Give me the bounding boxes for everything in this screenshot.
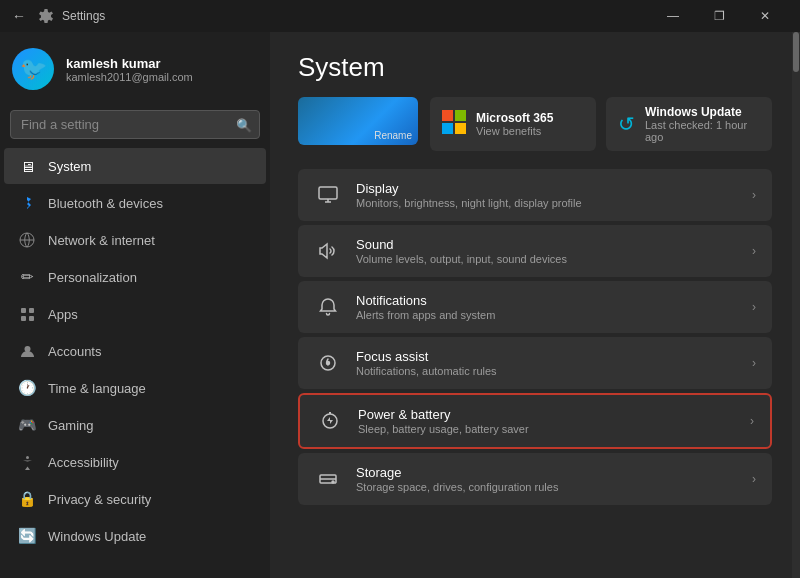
chevron-right-icon: › [750, 414, 754, 428]
sidebar-item-privacy[interactable]: 🔒 Privacy & security [4, 481, 266, 517]
winupdate-title: Windows Update [645, 105, 760, 119]
window-controls: — ❐ ✕ [650, 0, 788, 32]
sidebar-item-network[interactable]: Network & internet [4, 222, 266, 258]
promo-cards: Microsoft 365 View benefits ↺ Windows Up… [430, 97, 772, 151]
device-banner[interactable]: Rename [298, 97, 418, 145]
sidebar-item-personalization[interactable]: ✏ Personalization [4, 259, 266, 295]
bluetooth-icon [18, 194, 36, 212]
gaming-icon: 🎮 [18, 416, 36, 434]
svg-rect-4 [29, 316, 34, 321]
sidebar-item-bluetooth[interactable]: Bluetooth & devices [4, 185, 266, 221]
system-icon: 🖥 [18, 157, 36, 175]
title-bar: ← Settings — ❐ ✕ [0, 0, 800, 32]
display-title: Display [356, 181, 738, 196]
sound-title: Sound [356, 237, 738, 252]
user-profile[interactable]: 🐦 kamlesh kumar kamlesh2011@gmail.com [0, 32, 270, 106]
chevron-right-icon: › [752, 244, 756, 258]
sidebar-item-apps[interactable]: Apps [4, 296, 266, 332]
content-scroll: System Rename [270, 32, 800, 578]
winupdate-promo-icon: ↺ [618, 112, 635, 136]
settings-item-powerbattery[interactable]: Power & battery Sleep, battery usage, ba… [298, 393, 772, 449]
ms365-icon [442, 110, 466, 139]
search-input[interactable] [10, 110, 260, 139]
privacy-icon: 🔒 [18, 490, 36, 508]
main-layout: 🐦 kamlesh kumar kamlesh2011@gmail.com 🔍 … [0, 32, 800, 578]
focusassist-title: Focus assist [356, 349, 738, 364]
accessibility-icon [18, 453, 36, 471]
notifications-sub: Alerts from apps and system [356, 309, 738, 321]
back-button[interactable]: ← [12, 8, 26, 24]
display-sub: Monitors, brightness, night light, displ… [356, 197, 738, 209]
promo-card-ms365[interactable]: Microsoft 365 View benefits [430, 97, 596, 151]
notifications-title: Notifications [356, 293, 738, 308]
content-area: System Rename [270, 32, 800, 578]
page-title: System [298, 52, 772, 83]
notifications-icon [314, 293, 342, 321]
sound-icon [314, 237, 342, 265]
powerbattery-icon [316, 407, 344, 435]
avatar: 🐦 [12, 48, 54, 90]
focusassist-icon [314, 349, 342, 377]
sidebar-item-label: Windows Update [48, 529, 252, 544]
settings-item-storage[interactable]: Storage Storage space, drives, configura… [298, 453, 772, 505]
chevron-right-icon: › [752, 472, 756, 486]
sidebar-item-label: Gaming [48, 418, 252, 433]
focusassist-sub: Notifications, automatic rules [356, 365, 738, 377]
sidebar-item-label: Accessibility [48, 455, 252, 470]
sidebar-item-label: Apps [48, 307, 252, 322]
sidebar-item-windowsupdate[interactable]: 🔄 Windows Update [4, 518, 266, 554]
settings-list: Display Monitors, brightness, night ligh… [298, 169, 772, 505]
ms365-title: Microsoft 365 [476, 111, 553, 125]
sidebar-item-label: Privacy & security [48, 492, 252, 507]
sound-sub: Volume levels, output, input, sound devi… [356, 253, 738, 265]
sidebar-item-label: System [48, 159, 252, 174]
sidebar-item-timelang[interactable]: 🕐 Time & language [4, 370, 266, 406]
accounts-icon [18, 342, 36, 360]
sidebar-item-label: Network & internet [48, 233, 252, 248]
promo-card-winupdate[interactable]: ↺ Windows Update Last checked: 1 hour ag… [606, 97, 772, 151]
network-icon [18, 231, 36, 249]
personalization-icon: ✏ [18, 268, 36, 286]
svg-point-6 [26, 456, 29, 459]
maximize-button[interactable]: ❐ [696, 0, 742, 32]
user-info: kamlesh kumar kamlesh2011@gmail.com [66, 56, 258, 83]
svg-rect-8 [455, 110, 466, 121]
timelang-icon: 🕐 [18, 379, 36, 397]
sidebar-item-label: Accounts [48, 344, 252, 359]
device-rename-label: Rename [374, 130, 412, 141]
sidebar-item-accounts[interactable]: Accounts [4, 333, 266, 369]
minimize-button[interactable]: — [650, 0, 696, 32]
sidebar-item-label: Personalization [48, 270, 252, 285]
sidebar-item-gaming[interactable]: 🎮 Gaming [4, 407, 266, 443]
sidebar-item-accessibility[interactable]: Accessibility [4, 444, 266, 480]
notifications-text: Notifications Alerts from apps and syste… [356, 293, 738, 321]
scrollbar-track [792, 32, 800, 578]
svg-point-12 [327, 362, 330, 365]
winupdate-subtitle: Last checked: 1 hour ago [645, 119, 760, 143]
settings-item-sound[interactable]: Sound Volume levels, output, input, soun… [298, 225, 772, 277]
svg-rect-3 [21, 316, 26, 321]
settings-item-focusassist[interactable]: Focus assist Notifications, automatic ru… [298, 337, 772, 389]
display-icon [314, 181, 342, 209]
storage-text: Storage Storage space, drives, configura… [356, 465, 738, 493]
settings-item-notifications[interactable]: Notifications Alerts from apps and syste… [298, 281, 772, 333]
svg-rect-9 [442, 123, 453, 134]
sidebar-item-system[interactable]: 🖥 System [4, 148, 266, 184]
svg-rect-1 [21, 308, 26, 313]
settings-app-icon [38, 8, 54, 24]
close-button[interactable]: ✕ [742, 0, 788, 32]
user-name: kamlesh kumar [66, 56, 258, 71]
winupdate-info: Windows Update Last checked: 1 hour ago [645, 105, 760, 143]
svg-rect-7 [442, 110, 453, 121]
chevron-right-icon: › [752, 356, 756, 370]
svg-rect-2 [29, 308, 34, 313]
scrollbar-thumb[interactable] [793, 32, 799, 72]
sidebar-nav: 🖥 System Bluetooth & devices [0, 147, 270, 555]
search-box: 🔍 [10, 110, 260, 139]
ms365-subtitle: View benefits [476, 125, 553, 137]
windowsupdate-icon: 🔄 [18, 527, 36, 545]
powerbattery-sub: Sleep, battery usage, battery saver [358, 423, 736, 435]
settings-item-display[interactable]: Display Monitors, brightness, night ligh… [298, 169, 772, 221]
search-icon: 🔍 [236, 117, 252, 132]
focusassist-text: Focus assist Notifications, automatic ru… [356, 349, 738, 377]
